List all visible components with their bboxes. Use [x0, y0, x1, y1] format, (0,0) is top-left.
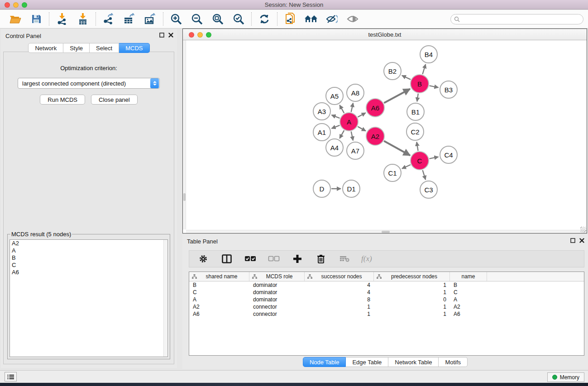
save-icon[interactable] [29, 12, 43, 26]
float-table-panel-icon[interactable] [570, 238, 575, 243]
node-C[interactable]: C [410, 151, 429, 170]
hide-panels-icon[interactable] [304, 12, 318, 26]
tab-edge-table[interactable]: Edge Table [346, 357, 388, 367]
node-C4[interactable]: C4 [440, 146, 458, 164]
cell[interactable]: A2 [189, 303, 249, 310]
result-list-scrollbar[interactable] [163, 240, 167, 357]
tab-node-table[interactable]: Node Table [303, 357, 346, 367]
node-A4[interactable]: A4 [325, 138, 344, 157]
column-header-predecessor-nodes[interactable]: predecessor nodes [374, 272, 450, 281]
cell[interactable]: 0 [374, 296, 450, 303]
node-A8[interactable]: A8 [346, 84, 364, 102]
export-image-icon[interactable] [143, 12, 157, 26]
zoom-fit-icon[interactable] [211, 12, 225, 26]
edge-B-B4[interactable] [422, 64, 425, 74]
column-header-MCDS-role[interactable]: MCDS role [249, 272, 305, 281]
node-B[interactable]: B [410, 74, 429, 93]
cell[interactable]: A6 [189, 310, 249, 318]
network-minimize-button[interactable] [197, 32, 203, 38]
zoom-selected-icon[interactable] [232, 12, 245, 26]
result-item[interactable]: A [10, 247, 167, 254]
task-history-button[interactable] [5, 372, 17, 381]
cell[interactable]: 1 [305, 303, 374, 310]
result-item[interactable]: C [10, 262, 167, 269]
cell[interactable]: connector [249, 303, 305, 310]
column-header-shared-name[interactable]: shared name [189, 272, 249, 281]
search-input[interactable] [462, 16, 580, 22]
node-A[interactable]: A [339, 112, 359, 131]
edge-A-A7[interactable] [351, 131, 353, 140]
tab-motifs[interactable]: Motifs [439, 357, 468, 367]
birdseye-view-icon[interactable] [346, 12, 359, 26]
cell[interactable]: dominator [249, 289, 305, 296]
zoom-in-icon[interactable] [169, 12, 183, 26]
mcds-result-list[interactable]: A2ABCA6 [10, 239, 168, 357]
result-item[interactable]: B [10, 254, 167, 262]
node-D[interactable]: D [313, 180, 331, 198]
cell[interactable]: 1 [374, 310, 450, 318]
columns-icon[interactable] [220, 252, 234, 266]
network-zoom-button[interactable] [206, 32, 211, 38]
close-table-panel-icon[interactable] [579, 238, 584, 243]
tab-network[interactable]: Network [28, 43, 63, 53]
edge-C-C3[interactable] [423, 170, 426, 180]
cell[interactable]: 8 [305, 296, 374, 303]
cell[interactable]: B [450, 281, 487, 289]
select-all-icon[interactable] [244, 252, 257, 266]
cell[interactable]: C [189, 289, 249, 296]
edge-A-A5[interactable] [339, 105, 344, 113]
cell[interactable]: A [450, 296, 487, 303]
cell[interactable]: dominator [249, 296, 305, 303]
zoom-window-button[interactable] [22, 2, 27, 8]
node-B1[interactable]: B1 [406, 103, 425, 121]
canvas-horizontal-scrollbar[interactable] [186, 230, 587, 233]
cell[interactable]: A [189, 296, 249, 303]
cell[interactable]: 1 [305, 310, 374, 318]
tab-style[interactable]: Style [63, 43, 90, 53]
table-row[interactable]: A2connector11A2 [189, 303, 584, 310]
node-C2[interactable]: C2 [406, 123, 424, 141]
window-resize-grip[interactable] [580, 227, 586, 233]
edge-B-B1[interactable] [417, 94, 418, 101]
edge-A-A6[interactable] [358, 113, 365, 117]
cell[interactable]: connector [249, 310, 305, 318]
column-header-name[interactable]: name [450, 272, 487, 281]
cell[interactable]: B [189, 281, 249, 289]
cell[interactable]: 1 [374, 303, 450, 310]
node-D1[interactable]: D1 [342, 180, 360, 198]
cell[interactable]: A2 [450, 303, 487, 310]
style-preview-icon[interactable] [325, 12, 339, 26]
canvas-vertical-scrollbar[interactable] [183, 40, 186, 229]
edge-A-A8[interactable] [351, 103, 353, 112]
run-mcds-button[interactable]: Run MCDS [40, 95, 85, 105]
gear-icon[interactable] [196, 252, 210, 266]
cell[interactable]: dominator [249, 281, 305, 289]
new-network-from-selection-icon[interactable] [283, 12, 297, 26]
edge-A6-B[interactable] [384, 89, 410, 103]
cell[interactable]: 4 [305, 281, 374, 289]
zoom-out-icon[interactable] [190, 12, 204, 26]
minimize-window-button[interactable] [13, 2, 19, 8]
close-panel-button[interactable]: Close panel [91, 95, 138, 105]
import-table-icon[interactable] [76, 12, 90, 26]
float-panel-icon[interactable] [159, 33, 164, 38]
node-B4[interactable]: B4 [420, 45, 438, 63]
table-row[interactable]: Bdominator41B [189, 281, 584, 289]
edge-B-B2[interactable] [402, 76, 411, 80]
network-canvas[interactable]: B4B2BB3B1A5A8A6A3AA1A2C2A4A7C4CC1C3DD1 [183, 40, 587, 233]
table-row[interactable]: Adominator80A [189, 296, 584, 303]
edge-A-A1[interactable] [331, 125, 339, 129]
node-table[interactable]: shared nameMCDS rolesuccessor nodesprede… [189, 272, 584, 356]
node-A6[interactable]: A6 [366, 98, 385, 117]
edge-C-C1[interactable] [402, 165, 411, 169]
edge-B-B3[interactable] [430, 86, 439, 87]
delete-row-icon[interactable] [314, 252, 328, 266]
search-field[interactable] [450, 14, 583, 24]
optimization-criterion-select[interactable]: largest connected component (directed) [18, 78, 160, 89]
deselect-all-icon[interactable] [267, 252, 281, 266]
result-item[interactable]: A6 [10, 269, 167, 276]
close-window-button[interactable] [5, 2, 10, 8]
memory-button[interactable]: Memory [547, 372, 584, 382]
table-row[interactable]: A6connector11A6 [189, 310, 584, 318]
network-close-button[interactable] [189, 32, 194, 38]
